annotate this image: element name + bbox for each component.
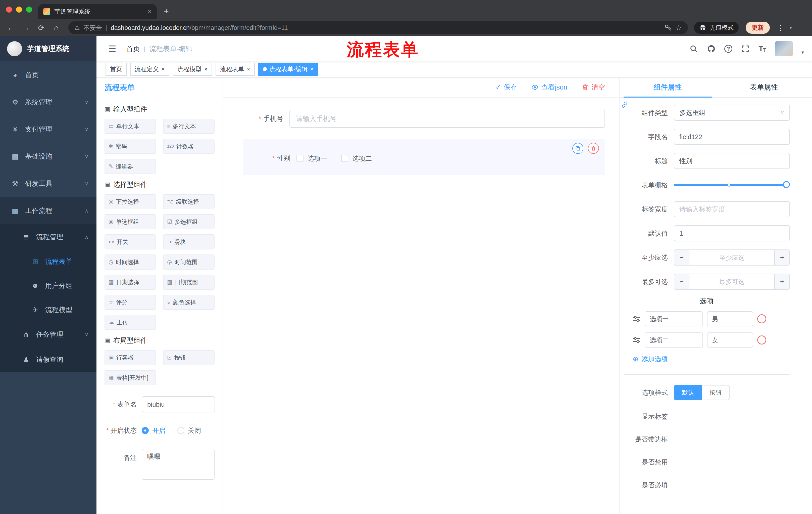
- canvas-field-gender-selected[interactable]: 性别 选项一 选项二: [243, 139, 605, 175]
- view-json-button[interactable]: 查看json: [531, 83, 567, 92]
- label-width-input[interactable]: [674, 201, 790, 217]
- component-password[interactable]: ✱密码: [105, 139, 156, 154]
- gender-option-1-checkbox[interactable]: 选项一: [296, 154, 327, 163]
- avatar-caret-icon[interactable]: ▾: [802, 49, 804, 55]
- sidebar-item-process-model[interactable]: ✈ 流程模型: [0, 298, 96, 322]
- back-button[interactable]: ←: [5, 23, 17, 32]
- search-icon[interactable]: [689, 44, 698, 53]
- sidebar-item-task-management[interactable]: ⋔ 任务管理 ∨: [0, 322, 96, 347]
- status-on-radio[interactable]: 开启: [142, 426, 165, 435]
- component-single-line-text[interactable]: ▭单行文本: [105, 119, 156, 134]
- link-icon[interactable]: [620, 101, 630, 110]
- option-value-input[interactable]: [707, 311, 753, 326]
- style-default-button[interactable]: 默认: [674, 385, 702, 400]
- component-editor[interactable]: ✎编辑器: [105, 159, 156, 174]
- delete-component-button[interactable]: [588, 143, 599, 154]
- browser-menu-icon[interactable]: ⋮: [777, 23, 784, 32]
- new-tab-button[interactable]: +: [164, 6, 169, 19]
- remove-option-button[interactable]: −: [757, 314, 766, 323]
- component-slider[interactable]: ⊸滑块: [163, 234, 214, 249]
- component-table[interactable]: ▦表格[开发中]: [105, 370, 156, 385]
- sidebar-item-payment[interactable]: ¥ 支付管理 ∨: [0, 116, 96, 143]
- title-input[interactable]: [674, 153, 790, 169]
- component-rate[interactable]: ☆评分: [105, 295, 156, 310]
- sidebar-item-leave-query[interactable]: ♟ 请假查询: [0, 347, 96, 372]
- drag-handle-icon[interactable]: [633, 336, 641, 344]
- component-row-container[interactable]: ▣行容器: [105, 350, 156, 365]
- fullscreen-icon[interactable]: [741, 44, 750, 53]
- reload-button[interactable]: ⟳: [35, 23, 47, 32]
- phone-input[interactable]: [289, 110, 605, 128]
- option-label-input[interactable]: [645, 311, 703, 326]
- browser-tab[interactable]: 芋道管理系统 ×: [38, 4, 157, 19]
- tab-form-properties[interactable]: 表单属性: [716, 77, 812, 97]
- decrease-button[interactable]: −: [674, 250, 689, 265]
- style-button-button[interactable]: 按钮: [702, 385, 730, 400]
- option-label-input[interactable]: [645, 332, 703, 348]
- sidebar-item-workflow[interactable]: ▦ 工作流程 ∧: [0, 197, 96, 224]
- window-zoom-button[interactable]: [26, 6, 32, 12]
- sidebar-item-user-group[interactable]: ☻ 用户分组: [0, 274, 96, 298]
- tag-close-icon[interactable]: ×: [310, 65, 314, 73]
- component-date-range[interactable]: ▩日期范围: [163, 275, 214, 290]
- form-name-input[interactable]: [142, 396, 215, 412]
- component-upload[interactable]: ☁上传: [105, 315, 156, 330]
- component-counter[interactable]: 123计数器: [163, 139, 214, 154]
- user-avatar[interactable]: [775, 41, 793, 56]
- min-select-input[interactable]: [689, 250, 774, 265]
- form-grid-slider[interactable]: [674, 177, 790, 193]
- field-name-input[interactable]: [674, 129, 790, 145]
- password-key-icon[interactable]: [664, 24, 672, 32]
- breadcrumb-home[interactable]: 首页: [126, 44, 140, 53]
- sidebar-item-process-management[interactable]: ≣ 流程管理 ∧: [0, 224, 96, 249]
- clear-button[interactable]: 清空: [581, 83, 605, 92]
- sidebar-item-process-form[interactable]: ⊞ 流程表单: [0, 249, 96, 274]
- component-date-picker[interactable]: ▦日期选择: [105, 275, 156, 290]
- home-button[interactable]: ⌂: [50, 23, 62, 32]
- decrease-button[interactable]: −: [674, 274, 689, 289]
- add-option-button[interactable]: ⊕ 添加选项: [633, 355, 790, 363]
- component-checkbox-group[interactable]: ☑多选框组: [163, 214, 214, 229]
- canvas-field-phone[interactable]: 手机号: [243, 110, 605, 128]
- chevron-down-icon[interactable]: ▾: [789, 25, 792, 31]
- component-multi-line-text[interactable]: ≡多行文本: [163, 119, 214, 134]
- increase-button[interactable]: +: [774, 250, 789, 265]
- tag-process-form[interactable]: 流程表单 ×: [215, 63, 255, 76]
- component-radio-group[interactable]: ◉单选框组: [105, 214, 156, 229]
- tag-process-model[interactable]: 流程模型 ×: [173, 63, 212, 76]
- forward-button[interactable]: →: [20, 23, 32, 32]
- component-time-range[interactable]: ◶时间范围: [163, 254, 214, 270]
- save-button[interactable]: ✓ 保存: [495, 83, 517, 92]
- sidebar-item-infrastructure[interactable]: ▤ 基础设施 ∨: [0, 143, 96, 170]
- sidebar-item-devtools[interactable]: ⚒ 研发工具 ∨: [0, 170, 96, 197]
- tag-close-icon[interactable]: ×: [204, 65, 207, 73]
- copy-component-button[interactable]: [572, 143, 583, 154]
- window-minimize-button[interactable]: [16, 6, 22, 12]
- font-size-icon[interactable]: TT: [758, 45, 766, 53]
- sidebar-item-system[interactable]: ⚙ 系统管理 ∨: [0, 88, 96, 116]
- chrome-update-button[interactable]: 更新: [746, 22, 770, 34]
- tab-close-icon[interactable]: ×: [148, 8, 152, 15]
- sidebar-item-home[interactable]: ◕ 首页: [0, 61, 96, 88]
- tag-home[interactable]: 首页: [106, 63, 127, 76]
- component-button[interactable]: ⊡按钮: [163, 350, 214, 365]
- slider-handle[interactable]: [783, 181, 790, 188]
- tag-close-icon[interactable]: ×: [161, 65, 165, 73]
- help-icon[interactable]: ?: [724, 45, 732, 53]
- increase-button[interactable]: +: [774, 274, 789, 289]
- address-bar[interactable]: ⚠ 不安全 | dashboard.yudao.iocoder.cn/bpm/m…: [68, 21, 688, 34]
- tab-component-properties[interactable]: 组件属性: [619, 77, 716, 97]
- drag-handle-icon[interactable]: [633, 315, 641, 323]
- max-select-input[interactable]: [689, 274, 774, 289]
- tag-close-icon[interactable]: ×: [247, 65, 250, 73]
- component-cascade-select[interactable]: ⌥级联选择: [163, 194, 214, 209]
- sidebar-logo[interactable]: 芋道管理系统: [0, 36, 96, 61]
- tag-process-definition[interactable]: 流程定义 ×: [130, 63, 169, 76]
- gender-option-2-checkbox[interactable]: 选项二: [341, 154, 372, 163]
- component-type-select[interactable]: 多选框组 ∨: [674, 105, 790, 121]
- component-color-picker[interactable]: ◒颜色选择: [163, 295, 214, 310]
- component-time-picker[interactable]: ◷时间选择: [105, 254, 156, 270]
- sidebar-toggle-icon[interactable]: ☰: [109, 44, 116, 54]
- github-icon[interactable]: [707, 44, 716, 53]
- bookmark-star-icon[interactable]: ☆: [675, 24, 682, 32]
